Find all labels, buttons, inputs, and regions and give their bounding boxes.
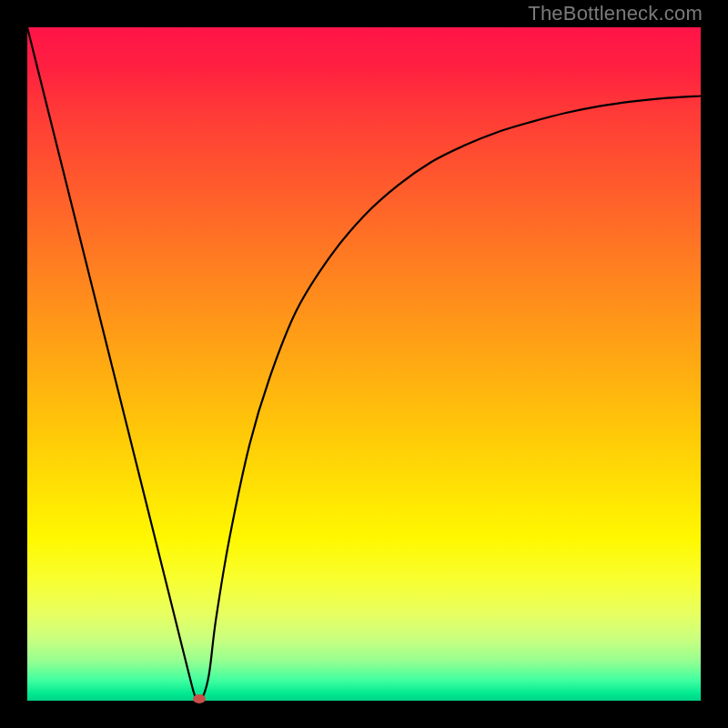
plot-area (27, 27, 701, 701)
curve-layer (27, 27, 701, 701)
chart-container: TheBottleneck.com (0, 0, 728, 728)
watermark-text: TheBottleneck.com (528, 2, 703, 25)
minimum-marker (193, 694, 206, 703)
bottleneck-curve (27, 27, 701, 701)
